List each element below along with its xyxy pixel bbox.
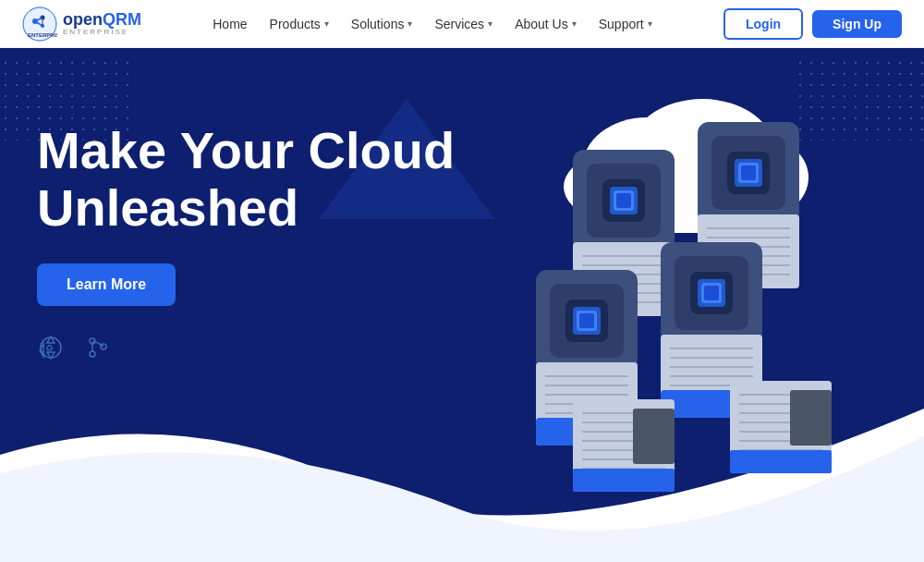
hero-section: Make Your Cloud Unleashed Learn More ♻ [0, 48, 924, 562]
logo-subtitle: ENTERPRISE [63, 28, 141, 36]
logo-qrm: QRM [103, 10, 141, 29]
logo-text: openQRM ENTERPRISE [63, 11, 141, 36]
logo[interactable]: ENTERPRISE openQRM ENTERPRISE [22, 6, 141, 42]
svg-rect-51 [579, 313, 594, 328]
svg-rect-25 [616, 193, 631, 208]
svg-text:♻: ♻ [45, 343, 54, 353]
support-chevron-icon: ▾ [648, 18, 652, 29]
logo-icon: ENTERPRISE [22, 6, 57, 42]
nav-item-solutions[interactable]: Solutions ▾ [342, 11, 422, 37]
hero-content: Make Your Cloud Unleashed Learn More ♻ [37, 122, 455, 361]
nav-item-products[interactable]: Products ▾ [261, 11, 338, 37]
navbar: ENTERPRISE openQRM ENTERPRISE Home Produ… [0, 0, 924, 48]
solutions-chevron-icon: ▾ [407, 18, 412, 29]
svg-text:ENTERPRISE: ENTERPRISE [28, 32, 57, 38]
signup-button[interactable]: Sign Up [812, 10, 902, 38]
hero-title: Make Your Cloud Unleashed [37, 122, 455, 236]
nav-item-about[interactable]: About Us ▾ [505, 11, 586, 37]
services-chevron-icon: ▾ [488, 18, 492, 29]
svg-rect-66 [704, 286, 719, 300]
svg-point-17 [90, 351, 95, 357]
svg-rect-38 [741, 165, 756, 180]
products-chevron-icon: ▾ [324, 18, 329, 29]
nav-item-support[interactable]: Support ▾ [590, 11, 662, 37]
nav-links: Home Products ▾ Solutions ▾ Services ▾ A… [203, 11, 662, 37]
nav-actions: Login Sign Up [723, 8, 902, 40]
server-illustration [508, 94, 896, 519]
logo-open: open [63, 10, 103, 29]
svg-rect-84 [573, 469, 675, 492]
svg-rect-94 [730, 450, 832, 473]
logo-brand: openQRM [63, 11, 141, 28]
svg-rect-95 [790, 390, 832, 446]
hero-icon-badges: ♻ [37, 334, 455, 361]
nav-item-services[interactable]: Services ▾ [425, 11, 502, 37]
recycle-icon: ♻ [37, 334, 65, 361]
login-button[interactable]: Login [723, 8, 803, 40]
branch-icon [83, 334, 111, 361]
about-chevron-icon: ▾ [572, 18, 577, 29]
nav-item-home[interactable]: Home [203, 11, 256, 37]
svg-rect-85 [633, 409, 675, 464]
learn-more-button[interactable]: Learn More [37, 263, 176, 306]
